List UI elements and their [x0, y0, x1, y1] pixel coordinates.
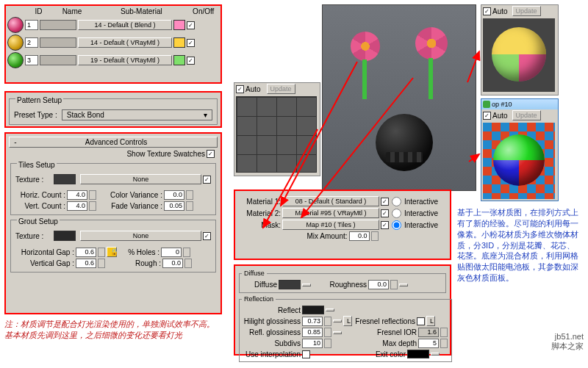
mask-radio[interactable]	[392, 220, 401, 230]
tiles-title: Tiles Setup	[17, 161, 57, 169]
hg-sp[interactable]	[324, 317, 331, 326]
id-field[interactable]: 1	[25, 20, 38, 30]
m2-inter: Interactive	[404, 209, 438, 217]
fv-label: Fade Variance :	[102, 202, 162, 210]
submat-btn[interactable]: 14 - Default ( Blend )	[78, 20, 172, 30]
rough-label: Rough :	[123, 259, 161, 267]
fr-lock2[interactable]: L	[426, 316, 435, 326]
submat-color[interactable]	[173, 37, 185, 48]
cv-spin[interactable]	[186, 190, 193, 200]
m1-cb[interactable]: ✓	[381, 198, 389, 206]
rough-map[interactable]	[399, 284, 408, 286]
auto-cb[interactable]: ✓	[236, 85, 244, 93]
md-sp[interactable]	[440, 339, 448, 348]
mat-sphere[interactable]	[7, 35, 24, 51]
rg-sp[interactable]	[324, 328, 331, 337]
mask-inter: Interactive	[404, 221, 438, 229]
grout-tex-cb[interactable]: ✓	[203, 232, 211, 240]
checker-sphere	[483, 18, 555, 92]
preset-dropdown[interactable]: Stack Bond▾	[62, 109, 212, 120]
hg-spin[interactable]	[98, 248, 105, 257]
hc-val[interactable]: 4.0	[67, 190, 87, 200]
m2-radio[interactable]	[392, 209, 401, 218]
sub-sp[interactable]	[324, 339, 331, 348]
auto-cb2[interactable]: ✓	[483, 7, 491, 15]
update3[interactable]: Update	[512, 110, 541, 120]
fi-l: Fresnel IOR	[355, 328, 417, 336]
footnote: 注：材质调节是配合灯光渲染使用的，单独测试效率不高。基本材质先调到这里，之后细微…	[4, 319, 222, 341]
mix-label: Mix Amount:	[306, 232, 347, 240]
rough-spin[interactable]	[184, 259, 192, 268]
grout-color[interactable]	[54, 231, 76, 241]
name-field[interactable]	[40, 37, 76, 48]
chevron-down-icon: ▾	[204, 111, 207, 119]
fi-sp[interactable]	[440, 328, 448, 337]
hc-spin[interactable]	[89, 190, 96, 200]
diff-color[interactable]	[279, 280, 301, 289]
ui-cb[interactable]	[302, 350, 310, 358]
submat-on[interactable]: ✓	[187, 21, 195, 29]
update-btn[interactable]: Update	[267, 84, 295, 94]
ec-map[interactable]	[431, 353, 440, 356]
tiles-color[interactable]	[54, 174, 76, 184]
mask-cb[interactable]: ✓	[381, 221, 389, 229]
hg-lock[interactable]: L	[343, 316, 352, 326]
minimize-icon[interactable]: -	[12, 138, 18, 146]
id-field[interactable]: 3	[25, 55, 38, 65]
name-field[interactable]	[40, 55, 76, 65]
vc-val[interactable]: 4.0	[67, 201, 87, 211]
hg-v[interactable]: 0.73	[302, 317, 323, 326]
rough-sp[interactable]	[390, 280, 398, 289]
tiles-tex-cb[interactable]: ✓	[203, 176, 211, 184]
ph-spin[interactable]	[183, 248, 190, 257]
hg-val[interactable]: 0.6	[76, 248, 96, 257]
m1-btn[interactable]: 08 - Default ( Standard )	[282, 196, 379, 206]
name-field[interactable]	[40, 20, 76, 30]
ec-color[interactable]	[407, 350, 429, 358]
mask-btn[interactable]: Map #10 ( Tiles )	[282, 220, 379, 230]
refl-map[interactable]	[326, 309, 334, 311]
fi-v[interactable]: 1.6	[418, 328, 439, 337]
submat-on[interactable]: ✓	[187, 57, 195, 65]
rough-v[interactable]: 0.0	[368, 280, 389, 289]
rg-map[interactable]	[333, 331, 342, 334]
m2-cb[interactable]: ✓	[381, 209, 389, 217]
submat-btn[interactable]: 14 - Default ( VRayMtl )	[78, 37, 172, 48]
grout-tex-btn[interactable]: None	[80, 231, 201, 241]
mix-spin[interactable]	[371, 231, 379, 241]
submat-color[interactable]	[173, 55, 185, 65]
cv-val[interactable]: 0.0	[164, 190, 184, 200]
mix-val[interactable]: 0.0	[349, 231, 370, 241]
rg-v[interactable]: 0.85	[302, 328, 323, 337]
sub-v[interactable]: 10	[302, 339, 323, 348]
ph-val[interactable]: 0	[161, 248, 182, 257]
vg-val[interactable]: 0.6	[76, 259, 96, 268]
col-onoff: On/Off	[189, 7, 218, 15]
vc-spin[interactable]	[89, 201, 96, 211]
refl-color[interactable]	[302, 306, 324, 314]
submat-color[interactable]	[173, 20, 185, 30]
submat-btn[interactable]: 19 - Default ( VRayMtl )	[78, 55, 172, 65]
swatch-label: Show Texture Swatches	[126, 150, 205, 158]
mat-sphere[interactable]	[7, 52, 24, 68]
fv-val[interactable]: 0.05	[164, 201, 184, 211]
m2-btn[interactable]: Material #95 ( VRayMtl )	[282, 208, 379, 218]
fv-spin[interactable]	[186, 201, 193, 211]
mat-sphere[interactable]	[7, 17, 24, 33]
pattern-title: Pattern Setup	[15, 96, 63, 104]
id-field[interactable]: 2	[25, 37, 38, 48]
hg-map[interactable]	[333, 320, 342, 322]
tiles-tex-btn[interactable]: None	[80, 174, 201, 184]
submat-on[interactable]: ✓	[187, 39, 195, 47]
md-v[interactable]: 5	[418, 339, 439, 348]
fr-cb[interactable]	[417, 317, 425, 325]
auto-cb3[interactable]: ✓	[483, 112, 491, 120]
rough-val[interactable]: 0.0	[162, 259, 183, 268]
m1-radio[interactable]	[392, 197, 401, 206]
m2-label: Material 2:	[240, 209, 281, 217]
vg-spin[interactable]	[98, 259, 105, 268]
update2[interactable]: Update	[512, 6, 541, 16]
swatch-checkbox[interactable]: ✓	[207, 150, 215, 158]
diff-map[interactable]	[302, 284, 311, 286]
lock-icon[interactable]: 🔒	[107, 247, 117, 257]
